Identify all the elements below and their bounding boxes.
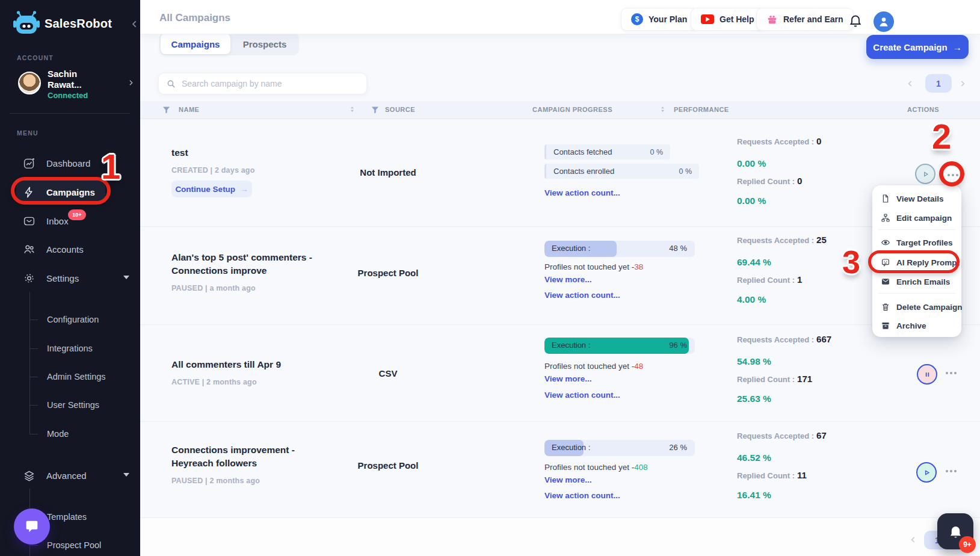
- not-touched-count: 48: [634, 362, 643, 371]
- get-help-button[interactable]: Get Help: [691, 8, 765, 31]
- menu-item-edit-campaign[interactable]: Edit campaign: [881, 209, 952, 226]
- account-name: Sachin Rawat...: [48, 69, 99, 90]
- advanced-caret-down-icon[interactable]: [123, 473, 129, 477]
- brand[interactable]: SalesRobot: [13, 11, 112, 36]
- view-action-count-link[interactable]: View action count...: [544, 291, 620, 300]
- campaign-search: [158, 73, 367, 94]
- sidebar-item-user-settings[interactable]: User Settings: [47, 391, 99, 419]
- sidebar-item-settings[interactable]: Settings: [0, 264, 140, 292]
- progress-bar-label: Contacts enrolled: [553, 167, 614, 176]
- tab-label: Campaigns: [171, 39, 220, 49]
- profiles-not-touched: Profiles not touched yet -48: [544, 362, 643, 371]
- campaign-name[interactable]: test: [171, 146, 322, 159]
- eye-icon: [881, 238, 890, 247]
- settings-tree-line: [29, 292, 30, 434]
- campaign-name[interactable]: Connections improvement - Heyreach follo…: [171, 443, 319, 470]
- accepted-percent: 0.00 %: [737, 158, 766, 169]
- prev-page-icon[interactable]: [908, 535, 918, 545]
- tab-campaigns[interactable]: Campaigns: [161, 34, 230, 54]
- continue-setup-button[interactable]: Continue Setup →: [171, 181, 252, 197]
- execution-progress-bar: Execution : 96 %: [544, 338, 695, 354]
- prev-page-icon[interactable]: [905, 79, 915, 88]
- create-campaign-button[interactable]: Create Campaign →: [866, 35, 969, 59]
- campaign-status: CREATED | 2 days ago: [171, 166, 255, 175]
- sidebar-item-templates[interactable]: Templates: [47, 503, 87, 531]
- your-plan-button[interactable]: $ Your Plan: [621, 8, 697, 31]
- progress-bar-contacts-enrolled: Contacts enrolled 0 %: [544, 164, 699, 179]
- menu-item-target-profiles[interactable]: Target Profiles: [881, 234, 953, 251]
- not-touched-count: 408: [634, 463, 648, 472]
- view-more-link[interactable]: View more...: [544, 275, 592, 284]
- column-header-progress[interactable]: CAMPAIGN PROGRESS: [532, 106, 612, 113]
- tree-tick: [29, 348, 38, 349]
- view-action-count-link[interactable]: View action count...: [544, 491, 620, 500]
- view-more-link[interactable]: View more...: [544, 475, 592, 484]
- notifications-bell-icon[interactable]: [848, 13, 863, 28]
- execution-percent: 48 %: [669, 244, 687, 253]
- page-number[interactable]: 1: [925, 74, 952, 93]
- menu-item-archive[interactable]: Archive: [881, 317, 926, 334]
- more-actions-button[interactable]: [941, 363, 961, 383]
- column-header-source[interactable]: SOURCE: [385, 106, 415, 113]
- account-avatar[interactable]: [18, 72, 41, 94]
- archive-box-icon: [881, 321, 890, 330]
- salesrobot-logo-icon: [13, 11, 40, 36]
- user-avatar[interactable]: [874, 11, 894, 32]
- column-header-actions[interactable]: ACTIONS: [907, 106, 939, 113]
- campaign-source: Prospect Pool: [337, 460, 439, 471]
- sidebar-item-admin-settings[interactable]: Admin Settings: [47, 363, 106, 391]
- settings-caret-down-icon[interactable]: [123, 276, 129, 279]
- account-chevron-right-icon[interactable]: [127, 78, 135, 89]
- youtube-icon: [701, 14, 714, 24]
- campaign-status: ACTIVE | 2 months ago: [171, 378, 257, 386]
- app-window: SalesRobot ACCOUNT Sachin Rawat... Conne…: [0, 0, 980, 556]
- play-campaign-button[interactable]: [915, 164, 935, 184]
- campaign-name[interactable]: All commenters till Apr 9: [171, 358, 322, 371]
- menu-divider: [878, 229, 955, 230]
- gift-icon: [766, 14, 778, 25]
- search-input[interactable]: [182, 79, 359, 88]
- view-action-count-link[interactable]: View action count...: [544, 391, 620, 400]
- column-header-name[interactable]: NAME: [179, 106, 199, 113]
- sidebar-item-configuration[interactable]: Configuration: [47, 306, 99, 333]
- sidebar-item-integrations[interactable]: Integrations: [47, 335, 93, 362]
- menu-item-delete-campaign[interactable]: Delete Campaign: [881, 298, 963, 315]
- chat-bubble-icon: [23, 518, 40, 535]
- column-header-performance[interactable]: PERFORMANCE: [674, 106, 729, 113]
- sidebar-item-mode[interactable]: Mode: [47, 420, 69, 448]
- filter-funnel-icon[interactable]: [162, 105, 171, 114]
- refer-and-earn-button[interactable]: Refer and Earn: [756, 8, 854, 31]
- sort-icon[interactable]: [348, 105, 357, 114]
- next-page-icon[interactable]: [958, 79, 967, 88]
- menu-divider: [878, 293, 955, 294]
- sidebar-item-accounts[interactable]: Accounts: [0, 235, 140, 263]
- ellipsis-icon: [946, 372, 957, 374]
- play-campaign-button[interactable]: [916, 462, 937, 483]
- document-icon: [881, 194, 890, 203]
- chat-widget-button[interactable]: [14, 508, 50, 545]
- menu-item-view-details[interactable]: View Details: [881, 190, 944, 207]
- requests-accepted: Requests Accepted :25: [737, 235, 827, 245]
- sort-icon[interactable]: [658, 105, 667, 114]
- not-touched-count: 38: [634, 262, 643, 271]
- annotation-ring-ai-reply-prompt: [868, 250, 960, 273]
- annotation-ring-campaigns: [11, 177, 111, 205]
- view-more-link[interactable]: View more...: [544, 374, 592, 383]
- account-section-label: ACCOUNT: [17, 54, 54, 61]
- more-actions-button[interactable]: [941, 461, 961, 481]
- tab-prospects[interactable]: Prospects: [232, 34, 298, 54]
- filter-funnel-icon[interactable]: [371, 105, 380, 114]
- sidebar-collapse-icon[interactable]: [130, 19, 140, 32]
- pause-campaign-button[interactable]: [917, 364, 937, 385]
- menu-item-enrich-emails[interactable]: Enrich Emails: [881, 273, 950, 290]
- sidebar-item-label: Integrations: [47, 344, 93, 353]
- replied-percent: 4.00 %: [737, 294, 766, 305]
- sidebar-item-advanced[interactable]: Advanced: [0, 462, 140, 489]
- campaign-name[interactable]: Alan's top 5 post' commenters - Connecti…: [171, 251, 319, 277]
- search-icon: [166, 79, 176, 89]
- sidebar-item-prospect-pool[interactable]: Prospect Pool: [47, 531, 101, 556]
- view-action-count-link[interactable]: View action count...: [544, 188, 620, 197]
- ellipsis-icon: [946, 470, 957, 472]
- annotation-ring-more-actions: [939, 161, 964, 187]
- profiles-not-touched: Profiles not touched yet -38: [544, 262, 643, 271]
